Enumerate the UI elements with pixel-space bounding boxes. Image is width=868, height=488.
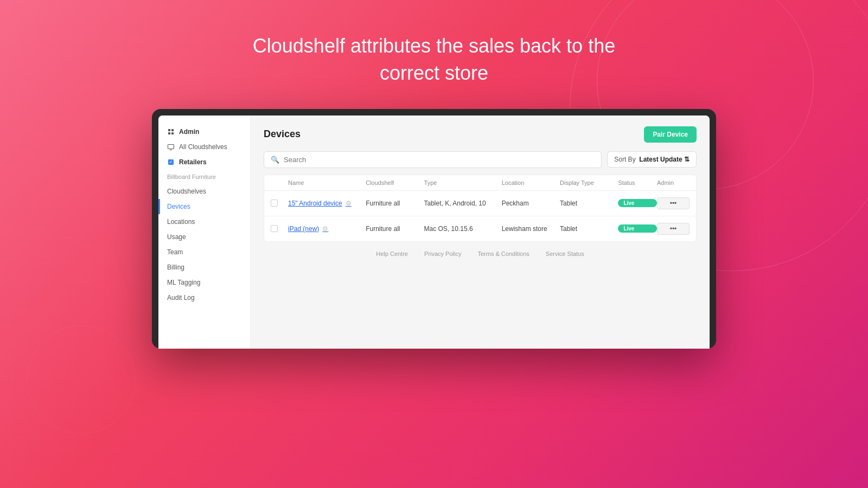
sidebar-item-billboard[interactable]: Billboard Furniture [158, 170, 250, 184]
row1-name[interactable]: 15" Android device ⚙ [288, 200, 366, 207]
headline: Cloudshelf attributes the sales back to … [253, 33, 615, 87]
table-row: iPad (new) ⚙ Furniture all Mac OS, 10.15… [264, 216, 696, 241]
sidebar-item-admin[interactable]: Admin [158, 124, 250, 139]
admin-label: Admin [179, 128, 199, 136]
col-type: Type [424, 179, 502, 186]
usage-label: Usage [167, 233, 186, 241]
footer-links: Help Centre Privacy Policy Terms & Condi… [264, 242, 697, 266]
footer-service-status[interactable]: Service Status [546, 251, 584, 257]
sidebar-item-devices[interactable]: Devices [158, 199, 250, 214]
row1-display-type: Tablet [560, 200, 618, 207]
retailers-label: Retailers [179, 158, 207, 166]
sort-by-label: Sort By [614, 156, 635, 163]
col-location: Location [502, 179, 560, 186]
page-title: Devices [264, 129, 301, 140]
col-status: Status [618, 179, 657, 186]
table-header: Name Cloudshelf Type Location Display Ty… [264, 175, 696, 191]
row2-status-badge: Live [618, 224, 657, 233]
col-name: Name [288, 179, 366, 186]
sidebar-item-team[interactable]: Team [158, 245, 250, 260]
search-icon: 🔍 [271, 156, 279, 164]
sidebar-item-ml-tagging[interactable]: ML Tagging [158, 275, 250, 290]
row1-location: Peckham [502, 200, 560, 207]
col-admin: Admin [657, 179, 690, 186]
toolbar: 🔍 Sort By Latest Update ⇅ [264, 151, 697, 168]
sidebar-item-retailers[interactable]: Retailers [158, 155, 250, 170]
row1-checkbox[interactable] [271, 200, 278, 207]
row1-cloudshelf: Furniture all [366, 200, 424, 207]
team-label: Team [167, 248, 183, 256]
row1-more-button[interactable]: ••• [657, 197, 690, 209]
audit-log-label: Audit Log [167, 294, 195, 301]
locations-label: Locations [167, 218, 195, 226]
sidebar: Admin All Cloudshelves Retailers Billboa… [158, 115, 251, 349]
device-frame: Admin All Cloudshelves Retailers Billboa… [152, 109, 716, 349]
search-input[interactable] [284, 156, 595, 164]
row2-more-button[interactable]: ••• [657, 223, 690, 235]
cloudshelves-icon [167, 143, 175, 151]
row1-type: Tablet, K, Android, 10 [424, 200, 502, 207]
sort-dropdown[interactable]: Sort By Latest Update ⇅ [607, 151, 697, 168]
col-display-type: Display Type [560, 179, 618, 186]
admin-icon [167, 128, 175, 136]
sidebar-item-cloudshelves[interactable]: Cloudshelves [158, 184, 250, 199]
headline-line1: Cloudshelf attributes the sales back to … [253, 35, 615, 57]
row2-settings-icon[interactable]: ⚙ [322, 225, 328, 233]
col-cloudshelf: Cloudshelf [366, 179, 424, 186]
billboard-label: Billboard Furniture [167, 174, 216, 180]
headline-line2: correct store [380, 62, 488, 84]
sidebar-item-billing[interactable]: Billing [158, 260, 250, 275]
billing-label: Billing [167, 264, 184, 271]
row2-display-type: Tablet [560, 225, 618, 233]
devices-table: Name Cloudshelf Type Location Display Ty… [264, 175, 697, 242]
device-screen: Admin All Cloudshelves Retailers Billboa… [158, 115, 710, 349]
sidebar-item-audit-log[interactable]: Audit Log [158, 290, 250, 305]
pair-device-button[interactable]: Pair Device [644, 126, 697, 143]
col-checkbox [271, 179, 288, 186]
row2-device-name-text: iPad (new) [288, 225, 319, 233]
devices-label: Devices [167, 203, 190, 210]
all-cloudshelves-label: All Cloudshelves [179, 143, 227, 151]
search-box[interactable]: 🔍 [264, 151, 602, 168]
ml-tagging-label: ML Tagging [167, 279, 200, 286]
row1-status-badge: Live [618, 199, 657, 207]
main-content: Devices Pair Device 🔍 Sort By Latest Upd… [251, 115, 710, 349]
table-row: 15" Android device ⚙ Furniture all Table… [264, 191, 696, 216]
page-header: Devices Pair Device [264, 126, 697, 143]
retailers-icon [167, 158, 175, 166]
row2-cloudshelf: Furniture all [366, 225, 424, 233]
row2-type: Mac OS, 10.15.6 [424, 225, 502, 233]
footer-help-centre[interactable]: Help Centre [376, 251, 408, 257]
footer-privacy-policy[interactable]: Privacy Policy [424, 251, 461, 257]
footer-terms-conditions[interactable]: Terms & Conditions [477, 251, 529, 257]
row1-device-name-text: 15" Android device [288, 200, 342, 207]
sidebar-item-locations[interactable]: Locations [158, 214, 250, 229]
row2-location: Lewisham store [502, 225, 560, 233]
row2-name[interactable]: iPad (new) ⚙ [288, 225, 366, 233]
cloudshelves-sub-label: Cloudshelves [167, 188, 206, 195]
sidebar-item-usage[interactable]: Usage [158, 229, 250, 245]
sidebar-item-all-cloudshelves[interactable]: All Cloudshelves [158, 139, 250, 155]
row1-settings-icon[interactable]: ⚙ [346, 200, 352, 207]
row2-checkbox[interactable] [271, 225, 278, 232]
sort-value: Latest Update ⇅ [639, 156, 690, 163]
